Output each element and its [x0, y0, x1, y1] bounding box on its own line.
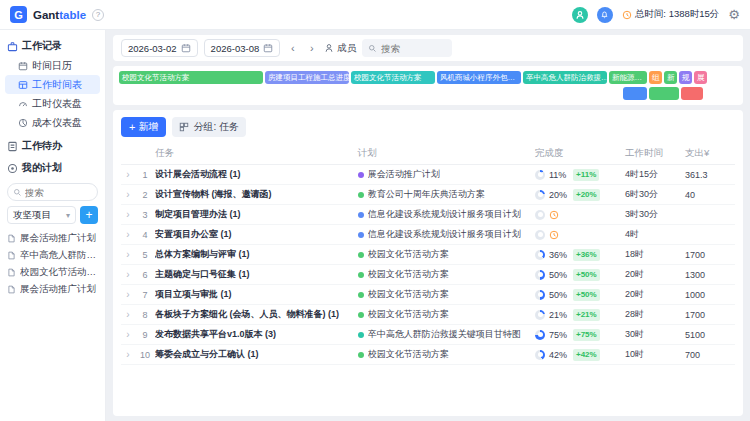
- gantt-bar[interactable]: 组: [649, 71, 662, 84]
- plan-cell[interactable]: 教育公司十周年庆典活动方案: [358, 188, 535, 201]
- row-expand-chevron-icon[interactable]: ›: [121, 329, 135, 340]
- settings-gear-icon[interactable]: ⚙: [728, 8, 740, 21]
- row-expand-chevron-icon[interactable]: ›: [121, 229, 135, 240]
- gantt-bar[interactable]: 校园文化节活动方案: [351, 71, 435, 84]
- sidebar-plan-item[interactable]: 校园文化节活动方案: [5, 264, 100, 281]
- row-expand-chevron-icon[interactable]: ›: [121, 289, 135, 300]
- table-row[interactable]: › 10 筹委会成立与分工确认 (1) 校园文化节活动方案 42% +42% 1…: [121, 345, 735, 365]
- plan-list: 展会活动推广计划 卒中高危人群防治救援… 校园文化节活动方案 展会活动推广计划: [5, 230, 100, 298]
- gantt-bar[interactable]: [649, 87, 679, 100]
- plan-cell[interactable]: 校园文化节活动方案: [358, 268, 535, 281]
- gantt-bar[interactable]: 风机商城小程序外包…: [437, 71, 521, 84]
- sidebar-search-input[interactable]: [25, 187, 85, 198]
- progress-delta-badge: +36%: [573, 249, 600, 261]
- row-expand-chevron-icon[interactable]: ›: [121, 309, 135, 320]
- progress-donut: [535, 350, 545, 360]
- toolbar-search-input[interactable]: [381, 43, 441, 54]
- sidebar-section-my-plans[interactable]: 我的计划: [5, 158, 100, 178]
- calendar-icon: [263, 43, 273, 53]
- table-row[interactable]: › 3 制定项目管理办法 (1) 信息化建设系统规划设计服务项目计划 3时30分: [121, 205, 735, 225]
- gantt-bar[interactable]: 卒中高危人群防治救援…: [523, 71, 607, 84]
- plan-cell[interactable]: 信息化建设系统规划设计服务项目计划: [358, 208, 535, 221]
- gantt-bar[interactable]: [623, 87, 647, 100]
- toolbar-search[interactable]: [362, 39, 452, 57]
- avatar[interactable]: [572, 7, 588, 23]
- task-name[interactable]: 筹委会成立与分工确认 (1): [155, 348, 358, 361]
- progress-delta-badge: +21%: [573, 309, 600, 321]
- gantt-bar[interactable]: 校园文化节活动方案: [119, 71, 263, 84]
- sidebar-item-time-calendar[interactable]: 时间日历: [5, 56, 100, 75]
- task-name[interactable]: 制定项目管理办法 (1): [155, 208, 358, 221]
- progress-donut: [535, 210, 545, 220]
- date-start-picker[interactable]: 2026-03-02: [121, 39, 198, 57]
- plan-cell[interactable]: 展会活动推广计划: [358, 168, 535, 181]
- plan-dot: [358, 292, 364, 298]
- progress-cell: 50% +50%: [535, 289, 625, 301]
- help-icon[interactable]: ?: [92, 9, 104, 21]
- row-expand-chevron-icon[interactable]: ›: [121, 189, 135, 200]
- sidebar-item-timesheet[interactable]: 工作时间表: [5, 75, 100, 94]
- table-row[interactable]: › 7 项目立项与审批 (1) 校园文化节活动方案 50% +50% 20时 1…: [121, 285, 735, 305]
- sidebar-plan-item[interactable]: 卒中高危人群防治救援…: [5, 247, 100, 264]
- plan-cell[interactable]: 校园文化节活动方案: [358, 288, 535, 301]
- date-end-picker[interactable]: 2026-03-08: [204, 39, 281, 57]
- table-row[interactable]: › 5 总体方案编制与评审 (1) 校园文化节活动方案 36% +36% 18时…: [121, 245, 735, 265]
- add-task-button[interactable]: + 新增: [121, 117, 166, 137]
- row-expand-chevron-icon[interactable]: ›: [121, 349, 135, 360]
- task-name[interactable]: 发布数据共享平台v1.0版本 (3): [155, 328, 358, 341]
- plan-cell[interactable]: 校园文化节活动方案: [358, 308, 535, 321]
- table-row[interactable]: › 9 发布数据共享平台v1.0版本 (3) 卒中高危人群防治救援关键项目甘特图…: [121, 325, 735, 345]
- project-select[interactable]: 攻坚项目 ▾: [7, 206, 76, 224]
- task-name[interactable]: 主题确定与口号征集 (1): [155, 268, 358, 281]
- task-name[interactable]: 设计宣传物料 (海报、邀请函): [155, 188, 358, 201]
- plan-cell[interactable]: 信息化建设系统规划设计服务项目计划: [358, 228, 535, 241]
- sidebar-search[interactable]: [7, 183, 98, 201]
- search-icon: [13, 188, 22, 197]
- next-week-icon[interactable]: ›: [305, 43, 318, 54]
- work-time: 18时: [625, 248, 685, 261]
- notification-icon[interactable]: [597, 7, 613, 23]
- gantt-bar[interactable]: [681, 87, 703, 100]
- sidebar-section-todo[interactable]: 工作待办: [5, 136, 100, 156]
- member-filter[interactable]: 成员: [324, 42, 356, 55]
- plan-cell[interactable]: 卒中高危人群防治救援关键项目甘特图: [358, 328, 535, 341]
- document-icon: [7, 251, 16, 260]
- sidebar-plan-item[interactable]: 展会活动推广计划: [5, 281, 100, 298]
- prev-week-icon[interactable]: ‹: [286, 43, 299, 54]
- row-number: 6: [135, 270, 155, 280]
- progress-donut: [535, 170, 545, 180]
- table-row[interactable]: › 6 主题确定与口号征集 (1) 校园文化节活动方案 50% +50% 20时…: [121, 265, 735, 285]
- add-plan-button[interactable]: +: [80, 206, 98, 224]
- progress-donut: [535, 190, 545, 200]
- gantt-bar[interactable]: 房建项目工程施工总进度计划: [265, 71, 349, 84]
- search-icon: [368, 44, 377, 53]
- gantt-bar[interactable]: 展: [694, 71, 707, 84]
- row-expand-chevron-icon[interactable]: ›: [121, 269, 135, 280]
- task-name[interactable]: 安置项目办公室 (1): [155, 228, 358, 241]
- gantt-bar[interactable]: 规: [679, 71, 692, 84]
- table-row[interactable]: › 8 各板块子方案细化 (会场、人员、物料准备) (1) 校园文化节活动方案 …: [121, 305, 735, 325]
- task-name[interactable]: 设计展会活动流程 (1): [155, 168, 358, 181]
- sidebar-plan-item[interactable]: 展会活动推广计划: [5, 230, 100, 247]
- sidebar-item-cost-dashboard[interactable]: 成本仪表盘: [5, 113, 100, 132]
- table-row[interactable]: › 4 安置项目办公室 (1) 信息化建设系统规划设计服务项目计划 4时: [121, 225, 735, 245]
- plan-cell[interactable]: 校园文化节活动方案: [358, 348, 535, 361]
- group-by-chip[interactable]: 分组: 任务: [172, 117, 246, 137]
- row-expand-chevron-icon[interactable]: ›: [121, 249, 135, 260]
- progress-percent: 50%: [549, 290, 569, 300]
- gantt-bar[interactable]: 新能源…: [609, 71, 647, 84]
- row-expand-chevron-icon[interactable]: ›: [121, 169, 135, 180]
- table-row[interactable]: › 2 设计宣传物料 (海报、邀请函) 教育公司十周年庆典活动方案 20% +2…: [121, 185, 735, 205]
- plan-cell[interactable]: 校园文化节活动方案: [358, 248, 535, 261]
- sidebar-section-work-record[interactable]: 工作记录: [5, 36, 100, 56]
- sidebar-item-hours-dashboard[interactable]: 工时仪表盘: [5, 94, 100, 113]
- col-plan: 计划: [358, 147, 535, 160]
- col-task: 任务: [155, 147, 358, 160]
- row-expand-chevron-icon[interactable]: ›: [121, 209, 135, 220]
- gantt-bar[interactable]: 新: [664, 71, 677, 84]
- table-row[interactable]: › 1 设计展会活动流程 (1) 展会活动推广计划 11% +11% 4时15分…: [121, 165, 735, 185]
- task-name[interactable]: 项目立项与审批 (1): [155, 288, 358, 301]
- task-name[interactable]: 总体方案编制与评审 (1): [155, 248, 358, 261]
- task-name[interactable]: 各板块子方案细化 (会场、人员、物料准备) (1): [155, 308, 358, 321]
- plan-name: 校园文化节活动方案: [368, 248, 449, 261]
